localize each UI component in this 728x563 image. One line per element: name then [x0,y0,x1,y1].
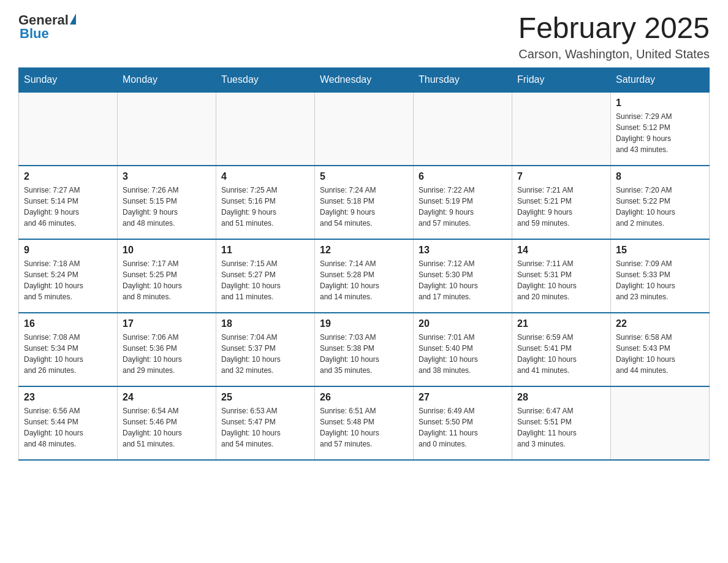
day-info: Sunrise: 7:24 AM Sunset: 5:18 PM Dayligh… [320,185,408,229]
day-number: 21 [517,318,605,329]
calendar-week-row: 2Sunrise: 7:27 AM Sunset: 5:14 PM Daylig… [19,166,710,239]
table-row [414,92,512,166]
day-number: 25 [221,392,309,403]
header-sunday: Sunday [19,67,118,92]
day-number: 17 [123,318,211,329]
day-info: Sunrise: 7:09 AM Sunset: 5:33 PM Dayligh… [616,258,704,302]
table-row: 22Sunrise: 6:58 AM Sunset: 5:43 PM Dayli… [611,313,710,386]
day-number: 6 [419,171,507,182]
table-row [611,386,710,460]
header-tuesday: Tuesday [216,67,315,92]
table-row: 4Sunrise: 7:25 AM Sunset: 5:16 PM Daylig… [216,166,315,239]
table-row: 5Sunrise: 7:24 AM Sunset: 5:18 PM Daylig… [315,166,414,239]
day-number: 27 [419,392,507,403]
day-info: Sunrise: 7:14 AM Sunset: 5:28 PM Dayligh… [320,258,408,302]
day-info: Sunrise: 7:20 AM Sunset: 5:22 PM Dayligh… [616,185,704,229]
table-row: 24Sunrise: 6:54 AM Sunset: 5:46 PM Dayli… [118,386,216,460]
day-info: Sunrise: 7:08 AM Sunset: 5:34 PM Dayligh… [24,332,112,376]
day-number: 4 [221,171,309,182]
header-thursday: Thursday [414,67,512,92]
logo-triangle-icon [70,13,76,25]
day-info: Sunrise: 6:56 AM Sunset: 5:44 PM Dayligh… [24,405,112,450]
table-row: 23Sunrise: 6:56 AM Sunset: 5:44 PM Dayli… [19,386,118,460]
day-number: 1 [616,98,704,109]
calendar-week-row: 23Sunrise: 6:56 AM Sunset: 5:44 PM Dayli… [19,386,710,460]
day-number: 2 [24,171,112,182]
table-row: 26Sunrise: 6:51 AM Sunset: 5:48 PM Dayli… [315,386,414,460]
day-info: Sunrise: 6:53 AM Sunset: 5:47 PM Dayligh… [221,405,309,450]
header-saturday: Saturday [611,67,710,92]
day-number: 19 [320,318,408,329]
day-number: 18 [221,318,309,329]
day-info: Sunrise: 7:04 AM Sunset: 5:37 PM Dayligh… [221,332,309,376]
day-info: Sunrise: 7:22 AM Sunset: 5:19 PM Dayligh… [419,185,507,229]
day-number: 28 [517,392,605,403]
day-number: 7 [517,171,605,182]
page-title: February 2025 [518,12,710,45]
day-number: 5 [320,171,408,182]
day-info: Sunrise: 6:58 AM Sunset: 5:43 PM Dayligh… [616,332,704,376]
day-info: Sunrise: 7:29 AM Sunset: 5:12 PM Dayligh… [616,111,704,155]
table-row: 7Sunrise: 7:21 AM Sunset: 5:21 PM Daylig… [512,166,611,239]
table-row: 27Sunrise: 6:49 AM Sunset: 5:50 PM Dayli… [414,386,512,460]
day-number: 14 [517,245,605,256]
calendar-week-row: 1Sunrise: 7:29 AM Sunset: 5:12 PM Daylig… [19,92,710,166]
table-row: 2Sunrise: 7:27 AM Sunset: 5:14 PM Daylig… [19,166,118,239]
day-info: Sunrise: 7:03 AM Sunset: 5:38 PM Dayligh… [320,332,408,376]
logo-blue-text: Blue [20,26,49,42]
location-subtitle: Carson, Washington, United States [518,47,710,61]
table-row: 13Sunrise: 7:12 AM Sunset: 5:30 PM Dayli… [414,239,512,313]
day-number: 22 [616,318,704,329]
day-info: Sunrise: 7:18 AM Sunset: 5:24 PM Dayligh… [24,258,112,302]
day-info: Sunrise: 7:27 AM Sunset: 5:14 PM Dayligh… [24,185,112,229]
table-row [315,92,414,166]
logo: General Blue [18,12,76,42]
day-info: Sunrise: 7:25 AM Sunset: 5:16 PM Dayligh… [221,185,309,229]
header-friday: Friday [512,67,611,92]
table-row [118,92,216,166]
table-row: 1Sunrise: 7:29 AM Sunset: 5:12 PM Daylig… [611,92,710,166]
table-row: 6Sunrise: 7:22 AM Sunset: 5:19 PM Daylig… [414,166,512,239]
day-number: 10 [123,245,211,256]
table-row: 17Sunrise: 7:06 AM Sunset: 5:36 PM Dayli… [118,313,216,386]
day-number: 20 [419,318,507,329]
day-number: 12 [320,245,408,256]
day-info: Sunrise: 7:15 AM Sunset: 5:27 PM Dayligh… [221,258,309,302]
day-number: 16 [24,318,112,329]
calendar-week-row: 9Sunrise: 7:18 AM Sunset: 5:24 PM Daylig… [19,239,710,313]
day-info: Sunrise: 6:47 AM Sunset: 5:51 PM Dayligh… [517,405,605,450]
calendar-table: Sunday Monday Tuesday Wednesday Thursday… [18,67,710,461]
day-number: 24 [123,392,211,403]
header-wednesday: Wednesday [315,67,414,92]
table-row: 10Sunrise: 7:17 AM Sunset: 5:25 PM Dayli… [118,239,216,313]
table-row [19,92,118,166]
day-number: 15 [616,245,704,256]
day-info: Sunrise: 6:59 AM Sunset: 5:41 PM Dayligh… [517,332,605,376]
table-row: 9Sunrise: 7:18 AM Sunset: 5:24 PM Daylig… [19,239,118,313]
day-info: Sunrise: 6:51 AM Sunset: 5:48 PM Dayligh… [320,405,408,450]
table-row: 20Sunrise: 7:01 AM Sunset: 5:40 PM Dayli… [414,313,512,386]
day-number: 11 [221,245,309,256]
table-row: 21Sunrise: 6:59 AM Sunset: 5:41 PM Dayli… [512,313,611,386]
table-row: 12Sunrise: 7:14 AM Sunset: 5:28 PM Dayli… [315,239,414,313]
table-row: 28Sunrise: 6:47 AM Sunset: 5:51 PM Dayli… [512,386,611,460]
page-header: General Blue February 2025 Carson, Washi… [18,12,710,61]
day-info: Sunrise: 7:21 AM Sunset: 5:21 PM Dayligh… [517,185,605,229]
day-info: Sunrise: 7:06 AM Sunset: 5:36 PM Dayligh… [123,332,211,376]
day-info: Sunrise: 7:01 AM Sunset: 5:40 PM Dayligh… [419,332,507,376]
table-row: 18Sunrise: 7:04 AM Sunset: 5:37 PM Dayli… [216,313,315,386]
day-info: Sunrise: 7:12 AM Sunset: 5:30 PM Dayligh… [419,258,507,302]
table-row: 3Sunrise: 7:26 AM Sunset: 5:15 PM Daylig… [118,166,216,239]
day-number: 3 [123,171,211,182]
table-row: 19Sunrise: 7:03 AM Sunset: 5:38 PM Dayli… [315,313,414,386]
day-info: Sunrise: 6:54 AM Sunset: 5:46 PM Dayligh… [123,405,211,450]
title-section: February 2025 Carson, Washington, United… [518,12,710,61]
table-row [512,92,611,166]
table-row: 14Sunrise: 7:11 AM Sunset: 5:31 PM Dayli… [512,239,611,313]
day-number: 23 [24,392,112,403]
table-row: 15Sunrise: 7:09 AM Sunset: 5:33 PM Dayli… [611,239,710,313]
day-info: Sunrise: 7:26 AM Sunset: 5:15 PM Dayligh… [123,185,211,229]
day-info: Sunrise: 6:49 AM Sunset: 5:50 PM Dayligh… [419,405,507,450]
header-monday: Monday [118,67,216,92]
calendar-week-row: 16Sunrise: 7:08 AM Sunset: 5:34 PM Dayli… [19,313,710,386]
